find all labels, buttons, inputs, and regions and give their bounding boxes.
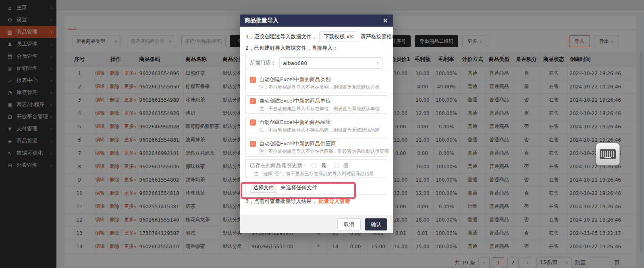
option-label: 自动创建Excel中新的商品单位 — [259, 97, 330, 105]
onscreen-keyboard-button[interactable] — [596, 143, 620, 165]
file-status-text: 未选择任何文件 — [280, 184, 317, 191]
step1-suffix: 请严格按照模板导入 — [361, 33, 393, 40]
modal-title: 商品批量导入 — [245, 17, 383, 24]
confirm-button[interactable]: 确认 — [365, 218, 387, 230]
radio-yes[interactable] — [312, 163, 317, 168]
option-note: 注：不自动创建且导入不存在类别，则设置为系统默认分类 — [259, 84, 383, 90]
close-icon[interactable]: × — [383, 17, 388, 24]
download-template-button[interactable]: 下载模板.xls — [319, 31, 358, 42]
update-note: 注：选择"否"，将不更新已存在商品的导入列对应商品信息 — [254, 171, 383, 177]
option-label: 自动创建Excel中新的商品品牌 — [259, 119, 330, 126]
checkbox-checked-icon[interactable]: ✓ — [250, 141, 256, 147]
checkbox-checked-icon[interactable]: ✓ — [250, 98, 256, 104]
file-picker-row: 选择文件 未选择任何文件 — [245, 181, 387, 195]
step3-row: 3，点击可查看批量导入结果， 批量导入查看 — [245, 198, 387, 205]
store-value: aibao680 — [283, 60, 307, 66]
import-option: ✓ 自动创建Excel中新的商品品牌 注：不自动创建且导入不存在品牌，则设置为系… — [245, 117, 387, 135]
modal-footer: 取消 确认 — [240, 215, 393, 233]
radio-yes-label: 是 — [321, 162, 326, 169]
store-label: 所属门店： — [250, 59, 276, 67]
import-option: ✓ 自动创建Excel中新的商品供应商 注：不自动创建且导入不存在供应商，则设置… — [245, 138, 387, 157]
keyboard-icon — [600, 149, 616, 159]
view-import-result-link[interactable]: 批量导入查看 — [318, 198, 350, 204]
import-option: ✓ 自动创建Excel中新的商品类别 注：不自动创建且导入不存在类别，则设置为系… — [245, 74, 387, 92]
batch-import-modal: 商品批量导入 × 1，还没创建过导入数据文件， 下载模板.xls 请严格按照模板… — [240, 15, 393, 233]
step3-text: 3，点击可查看批量导入结果， — [245, 198, 317, 204]
choose-file-button[interactable]: 选择文件 — [250, 183, 277, 193]
option-note: 注：不自动创建且导入不存在供应商，则设置为系统默认供应商 — [259, 149, 383, 155]
modal-header: 商品批量导入 × — [240, 15, 393, 27]
option-label: 自动创建Excel中新的商品供应商 — [259, 140, 336, 147]
step2-text: 2，已创建好导入数据文件，直接导入： — [245, 44, 338, 52]
option-note: 注：不自动创建且导入不存在单位，则设置为系统默认单位 — [259, 106, 383, 112]
update-option: 已存在的商品是否更新： 是 否 注：选择"否"，将不更新已存在商品的导入列对应商… — [245, 159, 387, 178]
import-option: ✓ 自动创建Excel中新的商品单位 注：不自动创建且导入不存在单位，则设置为系… — [245, 95, 387, 114]
checkbox-checked-icon[interactable]: ✓ — [250, 119, 256, 126]
chevron-down-icon: ∨ — [376, 61, 379, 65]
checkbox-checked-icon[interactable]: ✓ — [250, 77, 256, 83]
store-row: 所属门店： aibao680 ∨ — [245, 55, 387, 71]
step2-row: 2，已创建好导入数据文件，直接导入： — [245, 44, 387, 52]
store-select[interactable]: aibao680 ∨ — [279, 57, 383, 69]
option-label: 自动创建Excel中新的商品类别 — [259, 76, 330, 83]
cancel-button[interactable]: 取消 — [337, 218, 361, 230]
radio-no[interactable] — [334, 163, 339, 168]
update-label: 已存在的商品是否更新： — [250, 162, 307, 169]
radio-no-label: 否 — [343, 162, 349, 169]
step1-text: 1，还没创建过导入数据文件， — [245, 33, 317, 40]
modal-body: 1，还没创建过导入数据文件， 下载模板.xls 请严格按照模板导入 2，已创建好… — [240, 27, 393, 215]
option-note: 注：不自动创建且导入不存在品牌，则设置为系统默认品牌 — [259, 127, 383, 133]
step1-row: 1，还没创建过导入数据文件， 下载模板.xls 请严格按照模板导入 — [245, 31, 387, 42]
